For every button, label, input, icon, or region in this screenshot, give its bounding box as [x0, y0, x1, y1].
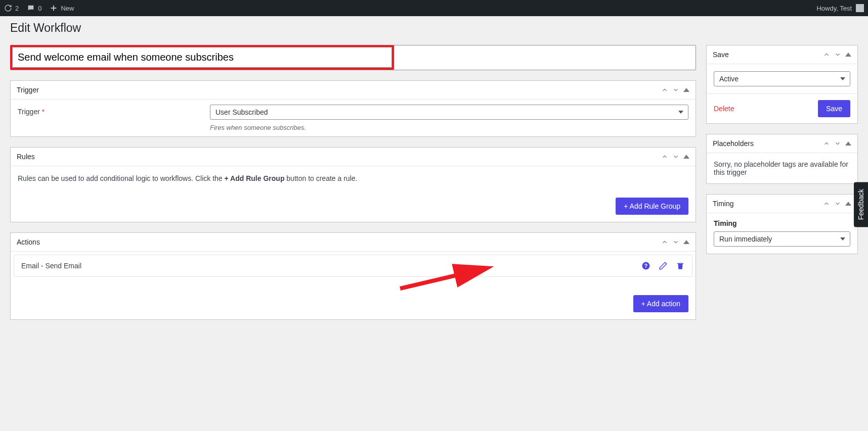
comments-item[interactable]: 0: [27, 4, 41, 12]
new-label: New: [61, 5, 74, 12]
placeholders-panel-body: Sorry, no placeholder tags are available…: [707, 153, 857, 183]
chevron-down-icon[interactable]: [834, 140, 841, 147]
actions-panel-title: Actions: [17, 238, 40, 246]
placeholders-panel: Placeholders Sorry, no placeholder tags …: [706, 134, 858, 184]
action-item-label: Email - Send Email: [21, 262, 81, 270]
placeholders-empty-text: Sorry, no placeholder tags are available…: [714, 160, 848, 176]
rules-desc-bold: + Add Rule Group: [225, 174, 285, 182]
save-panel-header: Save: [707, 45, 857, 64]
actions-button-row: + Add action: [11, 280, 696, 319]
svg-text:?: ?: [644, 263, 647, 269]
chevron-up-icon[interactable]: [661, 238, 668, 246]
admin-bar-right[interactable]: Howdy, Test: [816, 4, 864, 12]
actions-panel: Actions Email - Send Email ?: [10, 232, 696, 320]
chevron-down-icon[interactable]: [834, 51, 841, 58]
trigger-select-wrap: User Subscribed: [210, 105, 688, 120]
admin-bar-left: 2 0 New: [4, 4, 74, 12]
trigger-label: Trigger *: [18, 105, 210, 131]
comment-icon: [27, 4, 35, 12]
panel-controls: [823, 51, 851, 58]
chevron-down-icon[interactable]: [672, 153, 679, 160]
chevron-up-icon[interactable]: [823, 140, 830, 147]
trigger-select[interactable]: User Subscribed: [210, 105, 688, 120]
chevron-up-icon[interactable]: [661, 153, 668, 160]
plus-icon: [50, 4, 58, 12]
timing-panel-header: Timing: [707, 195, 857, 213]
timing-panel-title: Timing: [713, 200, 734, 208]
required-asterisk: *: [42, 108, 45, 116]
trigger-panel: Trigger Trigger * User Subscribed: [10, 80, 696, 137]
page-title: Edit Workflow: [10, 21, 858, 35]
placeholders-panel-header: Placeholders: [707, 134, 857, 153]
title-highlight-box: [10, 45, 394, 70]
status-select-wrap: Active: [714, 71, 850, 86]
chevron-up-icon[interactable]: [661, 86, 668, 93]
trash-icon[interactable]: [676, 261, 685, 270]
save-footer: Delete Save: [707, 93, 857, 123]
trigger-label-text: Trigger: [18, 108, 40, 116]
rules-panel-body: Rules can be used to add conditional log…: [11, 166, 696, 195]
collapse-toggle-icon[interactable]: [683, 155, 689, 159]
rules-button-row: + Add Rule Group: [11, 195, 696, 222]
collapse-toggle-icon[interactable]: [845, 53, 851, 57]
action-item: Email - Send Email ?: [14, 255, 692, 277]
trigger-field: User Subscribed Fires when someone subsc…: [210, 105, 688, 131]
timing-panel: Timing Timing Run immediately: [706, 194, 858, 254]
refresh-item[interactable]: 2: [4, 4, 19, 12]
side-column: Save Active Delete Save: [706, 45, 858, 264]
action-item-icons: ?: [641, 261, 685, 270]
rules-desc-prefix: Rules can be used to add conditional log…: [18, 174, 225, 182]
timing-field-label: Timing: [707, 213, 857, 227]
rules-panel: Rules Rules can be used to add condition…: [10, 147, 696, 222]
timing-select[interactable]: Run immediately: [714, 231, 850, 247]
placeholders-panel-title: Placeholders: [713, 139, 754, 148]
timing-select-wrap: Run immediately: [707, 231, 857, 254]
chevron-down-icon[interactable]: [834, 200, 841, 207]
avatar[interactable]: [856, 4, 864, 12]
chevron-up-icon[interactable]: [823, 200, 830, 207]
title-outer: [10, 45, 696, 70]
panel-controls: [661, 86, 689, 93]
rules-description: Rules can be used to add conditional log…: [18, 172, 688, 188]
trigger-helper-text: Fires when someone subscribes.: [210, 124, 688, 131]
help-icon[interactable]: ?: [641, 261, 650, 270]
page-wrap: Trigger Trigger * User Subscribed: [0, 35, 868, 340]
save-panel-body: Active: [707, 64, 857, 93]
save-panel: Save Active Delete Save: [706, 45, 858, 124]
add-rule-group-button[interactable]: + Add Rule Group: [616, 198, 688, 215]
new-item[interactable]: New: [50, 4, 74, 12]
trigger-form-row: Trigger * User Subscribed Fires when som…: [11, 100, 696, 136]
greeting-text: Howdy, Test: [816, 5, 852, 12]
main-column: Trigger Trigger * User Subscribed: [10, 45, 696, 330]
rules-panel-title: Rules: [17, 153, 35, 161]
save-panel-title: Save: [713, 51, 729, 59]
admin-bar: 2 0 New Howdy, Test: [0, 0, 868, 16]
delete-link[interactable]: Delete: [714, 105, 734, 113]
save-button[interactable]: Save: [818, 100, 850, 117]
chevron-up-icon[interactable]: [823, 51, 830, 58]
workflow-title-input[interactable]: [12, 47, 392, 68]
panel-controls: [823, 140, 851, 147]
add-action-button[interactable]: + Add action: [633, 295, 688, 312]
chevron-down-icon[interactable]: [672, 238, 679, 246]
chevron-down-icon[interactable]: [672, 86, 679, 93]
refresh-icon: [4, 4, 12, 12]
collapse-toggle-icon[interactable]: [683, 88, 689, 92]
rules-desc-suffix: button to create a rule.: [284, 174, 357, 182]
comment-count: 0: [38, 5, 41, 12]
collapse-toggle-icon[interactable]: [683, 240, 689, 244]
collapse-toggle-icon[interactable]: [845, 202, 851, 206]
panel-controls: [823, 200, 851, 207]
panel-controls: [661, 238, 689, 246]
collapse-toggle-icon[interactable]: [845, 141, 851, 146]
rules-panel-header: Rules: [11, 148, 696, 166]
refresh-count: 2: [15, 5, 19, 12]
edit-icon[interactable]: [659, 261, 668, 270]
trigger-panel-header: Trigger: [11, 81, 696, 100]
feedback-tab[interactable]: Feedback: [854, 182, 868, 227]
actions-panel-header: Actions: [11, 233, 696, 252]
trigger-panel-title: Trigger: [17, 86, 39, 94]
status-select[interactable]: Active: [714, 71, 850, 86]
panel-controls: [661, 153, 689, 160]
page-title-wrap: Edit Workflow: [0, 16, 868, 35]
